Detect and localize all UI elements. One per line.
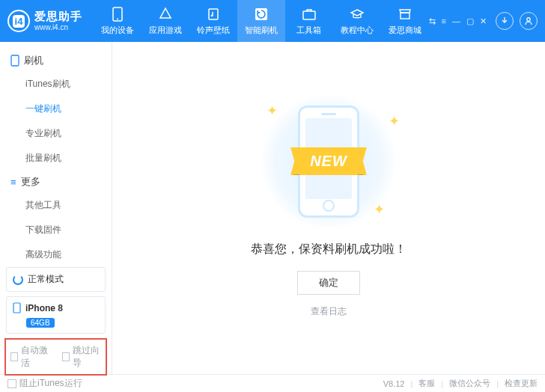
section-title: 更多 — [21, 175, 40, 189]
sidebar: 刷机 iTunes刷机 一键刷机 专业刷机 批量刷机 ≡ 更多 其他工具 下载固… — [0, 42, 112, 374]
side-item-pro-flash[interactable]: 专业刷机 — [0, 121, 112, 146]
highlighted-options: 自动激活 跳过向导 — [4, 338, 107, 376]
mode-label: 正常模式 — [28, 273, 64, 286]
checkbox-skip-guide[interactable]: 跳过向导 — [62, 344, 102, 370]
device-name: iPhone 8 — [25, 303, 63, 313]
phone-small-icon — [13, 302, 21, 313]
tab-ring[interactable]: 铃声壁纸 — [189, 0, 237, 42]
support-link[interactable]: 客服 — [418, 378, 435, 389]
svg-rect-8 — [11, 55, 19, 66]
sparkle-icon: ✦ — [374, 201, 385, 218]
mode-status[interactable]: 正常模式 — [6, 267, 106, 292]
device-capacity-badge: 64GB — [26, 318, 55, 328]
tab-label: 铃声壁纸 — [197, 25, 230, 36]
app-name: 爱思助手 — [34, 10, 82, 23]
loop-icon — [13, 275, 23, 285]
ok-button[interactable]: 确定 — [297, 271, 360, 295]
phone-small-icon — [10, 55, 19, 67]
svg-point-3 — [210, 14, 213, 16]
tab-label: 智能刷机 — [245, 25, 278, 36]
section-title: 刷机 — [24, 54, 43, 67]
tab-device[interactable]: 我的设备 — [94, 0, 141, 42]
minimize-icon[interactable]: — — [452, 16, 460, 26]
sparkle-icon: ✦ — [267, 102, 278, 119]
success-illustration: ✦ ✦ ✦ NEW — [250, 98, 407, 225]
app-header: i4 爱思助手 www.i4.cn 我的设备 应用游戏 铃声壁纸 智能刷机 工具… — [0, 0, 545, 42]
tab-apps[interactable]: 应用游戏 — [141, 0, 189, 42]
checkbox-icon — [7, 379, 16, 388]
new-ribbon: NEW — [290, 147, 367, 175]
side-item-download-fw[interactable]: 下载固件 — [0, 218, 112, 242]
view-log-link[interactable]: 查看日志 — [311, 305, 347, 318]
tab-mall[interactable]: 爱思商城 — [381, 0, 429, 42]
side-item-batch-flash[interactable]: 批量刷机 — [0, 146, 112, 171]
window-controls: ⇆ ≡ — ▢ ✕ — [429, 16, 487, 26]
svg-point-7 — [527, 18, 530, 21]
download-button[interactable] — [496, 12, 514, 30]
sparkle-icon: ✦ — [389, 113, 400, 129]
menu-icon[interactable]: ≡ — [442, 16, 446, 26]
side-item-itunes-flash[interactable]: iTunes刷机 — [0, 72, 112, 97]
graduation-icon — [350, 7, 365, 22]
shop-icon — [398, 7, 412, 22]
update-link[interactable]: 检查更新 — [505, 378, 538, 389]
svg-point-1 — [117, 18, 118, 19]
svg-rect-6 — [401, 13, 409, 19]
status-bar: 阻止iTunes运行 V8.12| 客服| 微信公众号| 检查更新 — [0, 374, 545, 392]
app-url: www.i4.cn — [34, 23, 82, 31]
logo-badge-icon: i4 — [7, 10, 30, 32]
checkbox-icon — [62, 352, 70, 361]
lock-icon[interactable]: ⇆ — [429, 16, 436, 26]
tab-label: 应用游戏 — [149, 25, 182, 36]
close-icon[interactable]: ✕ — [480, 16, 487, 26]
header-tabs: 我的设备 应用游戏 铃声壁纸 智能刷机 工具箱 教程中心 爱思商城 — [94, 0, 429, 42]
header-right: ⇆ ≡ — ▢ ✕ — [429, 12, 538, 30]
tab-label: 我的设备 — [101, 25, 134, 36]
tab-label: 工具箱 — [296, 25, 321, 36]
side-item-other-tools[interactable]: 其他工具 — [0, 193, 112, 218]
svg-rect-2 — [209, 9, 218, 19]
app-logo: i4 爱思助手 www.i4.cn — [7, 10, 94, 32]
checkbox-block-itunes[interactable]: 阻止iTunes运行 — [7, 377, 82, 390]
side-item-oneclick-flash[interactable]: 一键刷机 — [0, 97, 112, 121]
wechat-link[interactable]: 微信公众号 — [449, 378, 490, 389]
success-message: 恭喜您，保资料刷机成功啦！ — [251, 242, 407, 257]
music-icon — [206, 7, 221, 22]
briefcase-icon — [302, 7, 317, 22]
sidebar-section-flash: 刷机 — [0, 49, 112, 72]
svg-rect-9 — [13, 303, 20, 313]
tab-flash[interactable]: 智能刷机 — [237, 0, 285, 42]
device-status[interactable]: iPhone 8 64GB — [6, 296, 106, 334]
user-button[interactable] — [520, 12, 538, 30]
svg-rect-5 — [303, 11, 315, 19]
version-label: V8.12 — [383, 379, 405, 388]
checkbox-icon — [10, 352, 18, 361]
maximize-icon[interactable]: ▢ — [466, 16, 474, 26]
side-item-advanced[interactable]: 高级功能 — [0, 242, 112, 267]
tab-label: 爱思商城 — [389, 25, 421, 36]
list-icon: ≡ — [10, 177, 16, 188]
refresh-icon — [254, 7, 269, 22]
phone-icon — [110, 7, 125, 22]
sidebar-section-more: ≡ 更多 — [0, 171, 112, 193]
main-panel: ✦ ✦ ✦ NEW 恭喜您，保资料刷机成功啦！ 确定 查看日志 — [112, 42, 545, 374]
tab-tutorial[interactable]: 教程中心 — [333, 0, 381, 42]
appstore-icon — [158, 7, 173, 22]
tab-label: 教程中心 — [341, 25, 374, 36]
checkbox-auto-activate[interactable]: 自动激活 — [10, 344, 50, 370]
tab-toolbox[interactable]: 工具箱 — [285, 0, 333, 42]
